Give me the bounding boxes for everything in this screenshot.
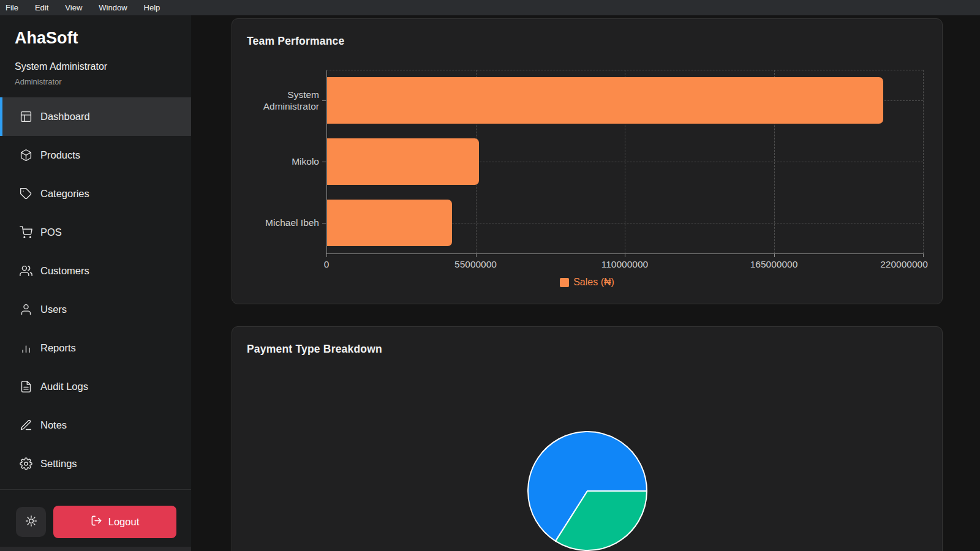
cart-icon: [20, 226, 32, 239]
user-name: System Administrator: [0, 48, 191, 72]
payment-breakdown-card: Payment Type Breakdown: [232, 326, 943, 551]
payment-breakdown-pie-chart: [526, 430, 649, 551]
menu-edit[interactable]: Edit: [35, 3, 48, 12]
sidebar-item-label: POS: [40, 227, 62, 238]
sidebar-item-pos[interactable]: POS: [0, 213, 191, 252]
y-axis-tick: [322, 100, 326, 101]
menu-view[interactable]: View: [65, 3, 82, 12]
category-label-michael-ibeh: Michael Ibeh: [236, 217, 319, 228]
sidebar-item-label: Notes: [40, 419, 67, 431]
chart-legend: Sales (₦): [232, 277, 942, 288]
category-label-system-administrator: System Administrator: [236, 89, 319, 113]
menu-window[interactable]: Window: [99, 3, 127, 12]
sidebar-item-label: Products: [40, 149, 80, 161]
package-icon: [20, 149, 32, 162]
sidebar-item-label: Categories: [40, 188, 89, 200]
sidebar-item-label: Customers: [40, 265, 89, 277]
sun-icon: [25, 515, 37, 529]
bar-system-administrator: [327, 77, 883, 124]
bar-mikolo: [327, 138, 479, 185]
user-icon: [20, 303, 32, 316]
app-brand: AhaSoft: [0, 15, 191, 48]
sidebar: AhaSoft System Administrator Administrat…: [0, 15, 191, 551]
sidebar-item-dashboard[interactable]: Dashboard: [0, 97, 191, 136]
x-axis-label-55000000: 55000000: [454, 259, 497, 270]
sidebar-item-categories[interactable]: Categories: [0, 174, 191, 213]
bar-michael-ibeh: [327, 200, 452, 246]
x-axis-tick: [476, 253, 477, 257]
file-icon: [20, 380, 32, 393]
sidebar-item-label: Reports: [40, 342, 76, 354]
chart-icon: [20, 342, 32, 354]
x-axis-label-220000000: 220000000: [880, 259, 928, 270]
sidebar-item-users[interactable]: Users: [0, 290, 191, 329]
vertical-gridline: [923, 70, 924, 253]
sidebar-nav: DashboardProductsCategoriesPOSCustomersU…: [0, 97, 191, 483]
sidebar-item-label: Audit Logs: [40, 381, 88, 392]
sidebar-item-label: Dashboard: [40, 111, 90, 122]
x-axis-tick: [625, 253, 625, 257]
legend-swatch: [560, 278, 569, 287]
sidebar-item-audit-logs[interactable]: Audit Logs: [0, 367, 191, 406]
pencil-icon: [20, 419, 32, 432]
layout-icon: [20, 110, 32, 123]
sidebar-item-products[interactable]: Products: [0, 136, 191, 174]
sidebar-item-label: Users: [40, 304, 67, 315]
sidebar-item-notes[interactable]: Notes: [0, 406, 191, 444]
payment-breakdown-title: Payment Type Breakdown: [232, 327, 942, 356]
legend-label: Sales (₦): [573, 277, 614, 288]
gear-icon: [20, 457, 32, 470]
menu-bar: FileEditViewWindowHelp: [0, 0, 980, 15]
sidebar-item-customers[interactable]: Customers: [0, 252, 191, 290]
user-role: Administrator: [0, 72, 191, 86]
menu-file[interactable]: File: [6, 3, 18, 12]
tag-icon: [20, 187, 32, 200]
logout-icon: [91, 515, 102, 529]
users-icon: [20, 264, 32, 277]
logout-button[interactable]: Logout: [53, 506, 176, 538]
x-axis-tick: [923, 253, 924, 257]
horizontal-gridline: [326, 70, 923, 70]
sidebar-item-settings[interactable]: Settings: [0, 444, 191, 483]
menu-help[interactable]: Help: [144, 3, 160, 12]
x-axis-label-0: 0: [324, 259, 330, 270]
sidebar-item-label: Settings: [40, 458, 77, 470]
x-axis-tick: [326, 253, 327, 257]
x-axis-tick: [774, 253, 775, 257]
theme-toggle-button[interactable]: [16, 507, 46, 537]
sidebar-item-reports[interactable]: Reports: [0, 329, 191, 367]
main-content: Team Performance System AdministratorMik…: [191, 15, 980, 551]
sidebar-scrollbar-track[interactable]: [0, 547, 191, 551]
team-performance-bar-chart: System AdministratorMikoloMichael Ibeh05…: [326, 70, 923, 253]
x-axis-label-110000000: 110000000: [601, 259, 648, 270]
logout-label: Logout: [108, 516, 139, 528]
y-axis-tick: [322, 223, 326, 223]
x-axis-label-165000000: 165000000: [750, 259, 798, 270]
team-performance-title: Team Performance: [232, 19, 942, 48]
category-label-mikolo: Mikolo: [236, 156, 319, 167]
team-performance-card: Team Performance System AdministratorMik…: [232, 18, 943, 304]
y-axis-tick: [322, 162, 326, 162]
